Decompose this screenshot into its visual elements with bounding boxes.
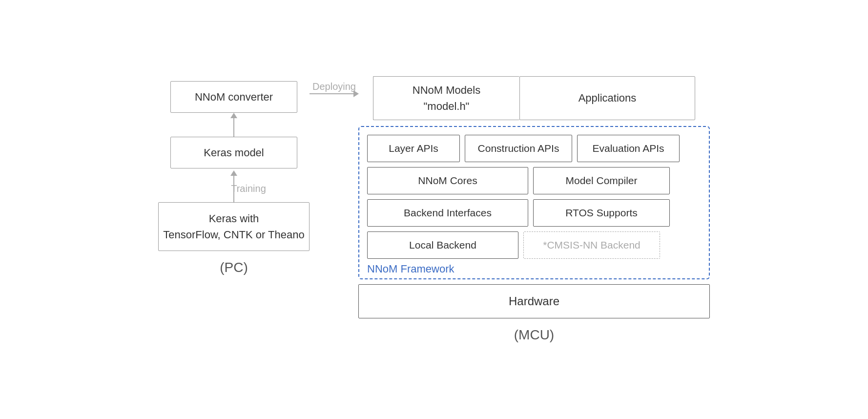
keras-model-box: Keras model — [170, 137, 297, 168]
applications-box: Applications — [519, 76, 695, 120]
framework-box: Layer APIs Construction APIs Evaluation … — [358, 126, 710, 279]
backend-interfaces-label: Backend Interfaces — [404, 207, 492, 219]
backend-row: Backend Interfaces RTOS Supports — [367, 199, 701, 227]
keras-model-label: Keras model — [204, 147, 264, 159]
nnm-cores-box: NNoM Cores — [367, 167, 528, 194]
training-label: Training — [231, 183, 266, 194]
keras-tf-box: Keras with TensorFlow, CNTK or Theano — [158, 202, 310, 251]
local-backend-label: Local Backend — [409, 239, 476, 251]
applications-label: Applications — [579, 92, 637, 105]
model-compiler-box: Model Compiler — [533, 167, 670, 194]
deploying-arrow-area: Deploying — [310, 81, 358, 94]
mcu-label: (MCU) — [514, 327, 554, 343]
framework-label: NNoM Framework — [367, 263, 454, 275]
nnm-cores-label: NNoM Cores — [418, 175, 477, 187]
deploying-arrow — [310, 93, 358, 94]
cmsis-nn-backend-box: *CMSIS-NN Backend — [523, 231, 660, 259]
rtos-supports-box: RTOS Supports — [533, 199, 670, 227]
hardware-box: Hardware — [358, 284, 710, 318]
evaluation-apis-box: Evaluation APIs — [577, 135, 680, 162]
layer-apis-label: Layer APIs — [389, 143, 438, 154]
cmsis-nn-backend-label: *CMSIS-NN Backend — [543, 239, 641, 251]
nnm-converter-label: NNoM converter — [195, 91, 273, 104]
top-row: NNoM Models "model.h" Applications — [373, 76, 695, 120]
mcu-section: NNoM Models "model.h" Applications Layer… — [358, 76, 710, 343]
evaluation-apis-label: Evaluation APIs — [592, 143, 664, 154]
pc-section: NNoM converter Keras model Training Kera… — [158, 81, 310, 275]
up-arrow-1 — [230, 113, 237, 137]
arrowhead-up-1 — [230, 113, 237, 118]
construction-apis-label: Construction APIs — [478, 143, 559, 154]
deploying-label: Deploying — [312, 81, 356, 92]
nnm-models-box: NNoM Models "model.h" — [373, 76, 519, 120]
hardware-label: Hardware — [509, 294, 559, 308]
v-line-1 — [233, 118, 234, 137]
nnm-converter-box: NNoM converter — [170, 81, 297, 113]
model-compiler-label: Model Compiler — [565, 175, 637, 187]
keras-tf-label: Keras with TensorFlow, CNTK or Theano — [163, 210, 304, 243]
local-backend-box: Local Backend — [367, 231, 518, 259]
construction-apis-box: Construction APIs — [465, 135, 572, 162]
api-row: Layer APIs Construction APIs Evaluation … — [367, 135, 701, 162]
h-arrowhead — [353, 90, 359, 97]
cores-row: NNoM Cores Model Compiler — [367, 167, 701, 194]
backend-interfaces-box: Backend Interfaces — [367, 199, 528, 227]
pc-label: (PC) — [220, 260, 248, 275]
rtos-supports-label: RTOS Supports — [565, 207, 637, 219]
local-backend-row: Local Backend *CMSIS-NN Backend — [367, 231, 701, 259]
nnm-models-label: NNoM Models "model.h" — [413, 82, 480, 114]
layer-apis-box: Layer APIs — [367, 135, 460, 162]
diagram: NNoM converter Keras model Training Kera… — [158, 76, 710, 343]
h-arrow-line — [310, 93, 358, 94]
training-section: Training — [202, 168, 266, 194]
arrowhead-up-2 — [230, 170, 237, 176]
